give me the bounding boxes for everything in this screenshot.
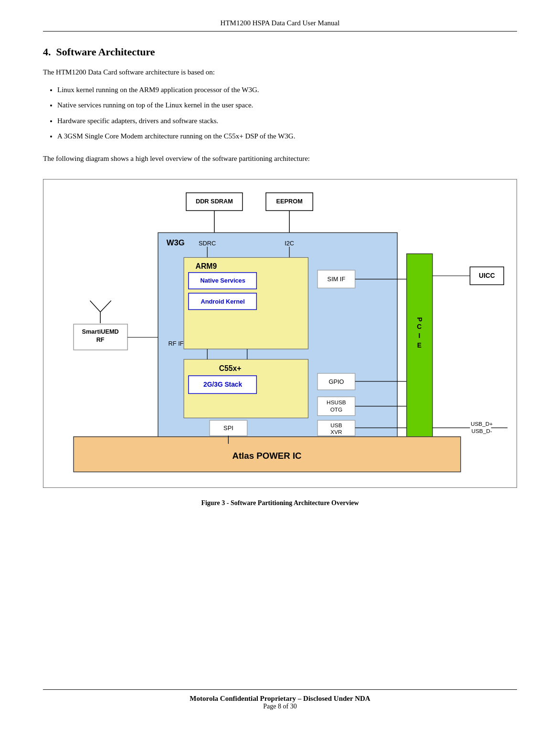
svg-text:USB_D-: USB_D- — [471, 428, 492, 434]
pcie-c-label: C — [417, 323, 422, 330]
footer: Motorola Confidential Proprietary – Disc… — [43, 689, 517, 710]
spi-label: SPI — [223, 424, 233, 432]
intro-paragraph: The HTM1200 Data Card software architect… — [43, 67, 517, 78]
usb-xvr-label2: XVR — [330, 429, 342, 435]
ddr-sdram-label: DDR SDRAM — [196, 198, 233, 205]
pcie-label: P — [416, 317, 423, 322]
smartiuemd-rf-label2: RF — [96, 336, 105, 343]
architecture-diagram: DDR SDRAM EEPROM W3G SDRC I2C — [43, 179, 517, 488]
svg-line-32 — [100, 301, 111, 312]
diagram-intro: The following diagram shows a high level… — [43, 153, 517, 164]
android-kernel-label: Android Kernel — [201, 298, 245, 305]
page: HTM1200 HSPA Data Card User Manual 4. So… — [0, 0, 560, 739]
list-item: Hardware specific adapters, drivers and … — [57, 116, 517, 127]
uicc-label: UICC — [479, 272, 495, 279]
atlas-power-ic-label: Atlas POWER IC — [232, 451, 301, 461]
footer-page: Page 8 of 30 — [43, 703, 517, 710]
pcie-i-label: I — [418, 332, 420, 339]
arm9-label: ARM9 — [196, 262, 217, 270]
w3g-label: W3G — [167, 238, 185, 247]
smartiuemd-rf-label1: SmartiUEMD — [82, 328, 118, 335]
rf-if-label: RF IF — [169, 340, 184, 347]
svg-text:OTG: OTG — [330, 406, 343, 412]
footer-main: Motorola Confidential Proprietary – Disc… — [43, 695, 517, 703]
list-item: A 3GSM Single Core Modem architecture ru… — [57, 131, 517, 142]
usb-xvr-label1: USB — [330, 422, 342, 428]
i2c-label: I2C — [285, 240, 294, 247]
eeprom-label: EEPROM — [276, 198, 302, 205]
section-title: 4. Software Architecture — [43, 46, 517, 58]
sdrc-label: SDRC — [199, 240, 216, 247]
svg-line-31 — [90, 301, 101, 312]
stack-2g3g-label: 2G/3G Stack — [203, 381, 242, 388]
figure-caption: Figure 3 - Software Partitioning Archite… — [43, 499, 517, 507]
hsusb-otg-label: HSUSB — [327, 399, 346, 405]
sim-if-label: SIM IF — [328, 275, 346, 283]
list-item: Native services running on top of the Li… — [57, 100, 517, 111]
page-header: HTM1200 HSPA Data Card User Manual — [43, 19, 517, 32]
header-title: HTM1200 HSPA Data Card User Manual — [221, 19, 340, 27]
gpio-label: GPIO — [328, 378, 344, 385]
bullet-list: Linux kernel running on the ARM9 applica… — [57, 84, 517, 147]
native-services-label: Native Services — [200, 277, 245, 284]
c55xplus-label: C55x+ — [219, 364, 242, 372]
pcie-e-label: E — [417, 342, 422, 349]
list-item: Linux kernel running on the ARM9 applica… — [57, 84, 517, 95]
usb-dp-dm-label: USB_D+ — [471, 421, 493, 427]
